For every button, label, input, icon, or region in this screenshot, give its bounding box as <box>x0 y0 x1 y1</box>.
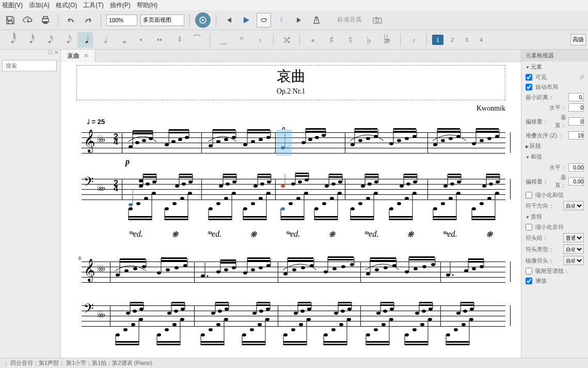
menu-bar: 视图(V) 添加(A) 格式(O) 工具(T) 插件(P) 帮助(H) <box>0 0 588 10</box>
small-chord-checkbox[interactable] <box>526 192 532 198</box>
visible-checkbox[interactable] <box>526 74 532 81</box>
32nd-note-icon[interactable]: 𝅘𝅥𝅰 <box>22 32 37 48</box>
dot-icon[interactable]: • <box>133 32 149 48</box>
offset-v-input[interactable] <box>568 117 584 126</box>
play-icon[interactable] <box>239 13 253 27</box>
voice-4-button[interactable]: 4 <box>475 35 487 45</box>
menu-help[interactable]: 帮助(H) <box>137 1 158 10</box>
svg-point-55 <box>374 135 378 138</box>
small-note-checkbox[interactable] <box>526 224 532 231</box>
palette-close-icon[interactable]: ☐ ✕ <box>0 50 60 58</box>
section-chord[interactable]: 和弦 <box>521 151 588 162</box>
accent-icon[interactable]: › <box>252 32 268 48</box>
svg-point-436 <box>463 310 467 313</box>
rewind-icon[interactable] <box>221 13 236 27</box>
stack-input[interactable] <box>568 131 584 140</box>
double-flat-icon[interactable]: 𝄫 <box>379 32 395 48</box>
bass-notes-2 <box>82 298 521 349</box>
svg-rect-152 <box>295 173 309 174</box>
double-dot-icon[interactable]: •• <box>152 32 167 48</box>
camera-icon[interactable] <box>370 13 385 27</box>
svg-rect-168 <box>329 176 342 178</box>
autolayout-checkbox[interactable] <box>526 84 532 90</box>
16th-note-icon[interactable]: 𝅘𝅥𝅯 <box>40 32 56 48</box>
svg-point-53 <box>358 139 362 142</box>
double-sharp-icon[interactable]: 𝄪 <box>305 32 321 48</box>
svg-rect-182 <box>365 174 378 175</box>
min-dist-input[interactable] <box>568 93 584 101</box>
play-checkbox[interactable] <box>526 278 532 284</box>
bass-notes-1 <box>82 168 521 225</box>
undo-icon[interactable] <box>63 13 78 27</box>
advanced-button[interactable]: 高级 <box>570 34 586 45</box>
mirror-select[interactable]: 自动 <box>563 256 584 265</box>
stem-dir-select[interactable]: 自动 <box>563 201 584 210</box>
flip-icon[interactable]: ⤭ <box>279 32 294 48</box>
cloud-upload-icon[interactable] <box>21 13 35 27</box>
svg-point-217 <box>441 202 445 205</box>
svg-rect-121 <box>223 176 236 178</box>
svg-rect-29 <box>213 132 235 133</box>
concert-pitch-button[interactable] <box>195 12 211 28</box>
redo-icon[interactable] <box>81 13 96 27</box>
loop-out-icon[interactable] <box>292 13 306 27</box>
svg-point-61 <box>397 139 401 142</box>
head-group-select[interactable]: 普通 <box>563 233 584 242</box>
tie-icon[interactable]: ⁀ <box>189 32 204 48</box>
slur-icon[interactable]: ‿ <box>215 32 231 48</box>
menu-tools[interactable]: 工具(T) <box>83 1 103 10</box>
section-note[interactable]: 音符 <box>521 211 588 222</box>
svg-rect-15 <box>133 133 153 134</box>
zoom-select[interactable] <box>106 14 137 26</box>
section-segment[interactable]: 区段 <box>521 141 588 151</box>
menu-view[interactable]: 视图(V) <box>2 1 23 10</box>
offset-h-input[interactable] <box>568 103 584 112</box>
svg-point-202 <box>397 202 401 205</box>
loop-in-icon[interactable]: ⦙⦙ <box>274 13 289 27</box>
sharp-icon[interactable]: ♯ <box>324 32 339 48</box>
svg-point-180 <box>368 182 372 186</box>
measure-number: 6 <box>78 255 81 261</box>
64th-note-icon[interactable]: 𝅘𝅥𝅱 <box>3 32 19 48</box>
head-type-select[interactable]: 自动 <box>563 244 584 254</box>
rest-icon[interactable]: 𝄽 <box>170 32 186 48</box>
metronome-icon[interactable] <box>309 13 324 27</box>
half-note-icon[interactable]: 𝅗𝅥 <box>96 32 112 48</box>
save-icon[interactable] <box>3 13 18 27</box>
natural-icon[interactable]: ♮ <box>342 32 358 48</box>
system-2: 6 𝄞♭♭♭ <box>71 262 511 326</box>
whole-note-icon[interactable]: 𝅝 <box>115 32 130 48</box>
svg-point-339 <box>172 323 177 326</box>
voice-1-button[interactable]: 1 <box>432 35 443 45</box>
svg-point-173 <box>330 197 334 200</box>
menu-add[interactable]: 添加(A) <box>29 1 50 10</box>
svg-rect-90 <box>143 174 156 175</box>
autolayout-label: 自动布局 <box>535 83 558 91</box>
grace-note-icon[interactable]: 𝆔 <box>406 32 421 48</box>
svg-point-309 <box>472 267 476 270</box>
8th-note-icon[interactable]: 𝅘𝅥𝅮 <box>59 32 74 48</box>
score-canvas[interactable]: 哀曲 Op.2 Nr.1 Kwonmik ♩ = 25 𝄞 ♭♭♭ 24 p <box>61 62 521 358</box>
menu-format[interactable]: 格式(O) <box>56 1 77 10</box>
chord-off-h-input[interactable] <box>568 163 584 172</box>
menu-plugins[interactable]: 插件(P) <box>110 1 131 10</box>
view-mode-select[interactable] <box>140 14 184 26</box>
loop-icon[interactable] <box>257 13 271 27</box>
svg-point-102 <box>175 185 179 188</box>
system-1: 𝄞 ♭♭♭ 24 p ^ <box>71 132 511 200</box>
quarter-note-icon[interactable]: 𝅘𝅥 <box>77 32 93 48</box>
marcato-icon[interactable]: ^ <box>234 32 249 48</box>
treble-staff-2: 𝄞♭♭♭ <box>82 262 505 282</box>
svg-rect-373 <box>242 344 265 345</box>
print-icon[interactable] <box>38 13 53 27</box>
score-tab[interactable]: 哀曲 ✕ <box>61 50 96 62</box>
section-element[interactable]: 元素 <box>521 62 588 72</box>
search-input[interactable] <box>2 60 57 71</box>
chord-off-v-input[interactable] <box>568 177 584 186</box>
snap-checkbox[interactable] <box>526 268 532 274</box>
voice-2-button[interactable]: 2 <box>447 35 458 45</box>
voice-3-button[interactable]: 3 <box>461 35 472 45</box>
reset-icon[interactable]: ↺ <box>579 74 584 81</box>
tab-close-icon[interactable]: ✕ <box>84 52 89 59</box>
flat-icon[interactable]: ♭ <box>361 32 376 48</box>
